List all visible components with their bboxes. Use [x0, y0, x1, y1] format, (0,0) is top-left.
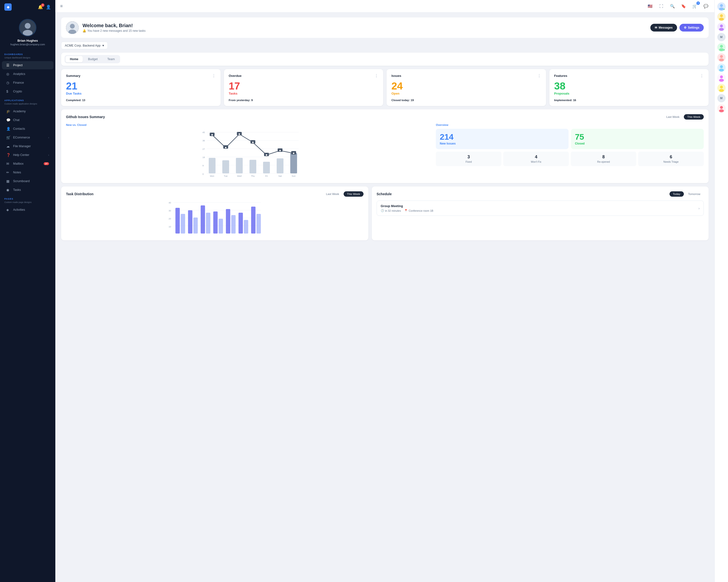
task-distribution-chart: 40 30 20 10	[66, 200, 364, 234]
online-indicator	[723, 8, 725, 10]
svg-point-2	[23, 30, 32, 36]
svg-text:Mon: Mon	[210, 175, 214, 177]
svg-rect-61	[176, 208, 180, 233]
envelope-icon: ✉	[655, 26, 657, 29]
this-week-toggle[interactable]: This Week	[684, 114, 704, 119]
svg-text:0: 0	[202, 173, 204, 175]
applications-sublabel: Custom made application designs	[0, 103, 55, 107]
tomorrow-toggle[interactable]: Tomorrow	[685, 191, 704, 197]
more-options-icon[interactable]: ⋮	[700, 74, 704, 78]
mini-label: Fixed	[438, 160, 499, 163]
task-last-week-toggle[interactable]: Last Week	[322, 191, 342, 197]
sidebar-item-label: Academy	[13, 110, 49, 113]
sidebar-item-analytics[interactable]: ◎ Analytics	[2, 70, 53, 78]
bookmark-icon[interactable]: 🔖	[680, 3, 687, 10]
sidebar-item-label: Scrumboard	[13, 179, 49, 183]
sidebar-item-label: Finance	[13, 81, 49, 84]
finance-icon: ◷	[6, 81, 11, 85]
issues-chart: 45 36 27 18 9 0	[66, 129, 432, 177]
stat-number: 24	[391, 81, 541, 91]
overview-subtitle: Overview	[436, 123, 704, 126]
svg-point-101	[719, 109, 724, 112]
right-panel-avatar-2[interactable]	[717, 12, 726, 21]
sidebar-item-label: Crypto	[13, 90, 49, 93]
sidebar-item-notes[interactable]: ✏ Notes	[2, 168, 53, 176]
github-section: Github Issues Summary Last Week This Wee…	[61, 109, 709, 183]
tab-budget[interactable]: Budget	[84, 56, 102, 62]
app-logo[interactable]: ◆	[4, 3, 11, 11]
us-flag: 🇺🇸	[648, 4, 652, 8]
sidebar-item-label: ECommerce	[13, 136, 46, 139]
messages-icon[interactable]: 💬	[702, 3, 709, 10]
settings-button[interactable]: ⚙ Settings	[679, 24, 704, 31]
more-options-icon[interactable]: ⋮	[537, 74, 541, 78]
svg-rect-68	[219, 219, 223, 233]
sidebar-item-contacts[interactable]: 👤 Contacts	[2, 124, 53, 133]
sidebar-item-scrumboard[interactable]: ▦ Scrumboard	[2, 177, 53, 185]
cart-icon[interactable]: 🛒 5	[691, 3, 698, 10]
right-panel-avatar-7[interactable]	[717, 74, 726, 82]
stat-label: Due Tasks	[66, 92, 216, 95]
task-dist-header: Task Distribution Last Week This Week	[66, 191, 364, 197]
mini-stat-reopened: 8 Re-opened	[571, 151, 636, 166]
sidebar-item-helpcenter[interactable]: ❓ Help Center ›	[2, 151, 53, 159]
search-icon[interactable]: 🔍	[669, 3, 676, 10]
sidebar-item-activities[interactable]: ◈ Activities	[2, 206, 53, 214]
sidebar-item-project[interactable]: ☰ Project	[2, 61, 53, 70]
right-panel-avatar-1[interactable]	[717, 2, 726, 11]
chevron-right-icon[interactable]: ›	[698, 206, 700, 210]
right-panel-avatar-m2[interactable]: M	[717, 94, 726, 102]
fullscreen-icon[interactable]: ⛶	[658, 3, 665, 10]
sidebar-item-filemanager[interactable]: ☁ File Manager	[2, 142, 53, 150]
sidebar-item-crypto[interactable]: $ Crypto	[2, 87, 53, 95]
sidebar-item-ecommerce[interactable]: 🛒 ECommerce ›	[2, 133, 53, 142]
project-icon: ☰	[6, 63, 11, 67]
schedule-item: Group Meeting 🕐 in 32 minutes 📍 Conferen…	[376, 200, 704, 216]
svg-rect-23	[277, 158, 283, 173]
sidebar-item-chat[interactable]: 💬 Chat	[2, 116, 53, 124]
svg-text:20: 20	[168, 218, 171, 220]
tab-team[interactable]: Team	[103, 56, 119, 62]
project-dropdown[interactable]: ACME Corp. Backend App ▾	[61, 42, 108, 49]
svg-point-100	[720, 106, 723, 109]
task-this-week-toggle[interactable]: This Week	[344, 191, 364, 197]
notifications-icon[interactable]: 🔔 3	[38, 5, 43, 10]
mini-num: 4	[505, 155, 567, 160]
sidebar-item-finance[interactable]: ◷ Finance	[2, 79, 53, 87]
svg-rect-22	[263, 162, 270, 173]
svg-text:Sun: Sun	[292, 175, 295, 177]
svg-rect-69	[226, 209, 230, 233]
stat-footer: Closed today: 19	[391, 99, 541, 102]
right-panel-avatar-8[interactable]	[717, 84, 726, 92]
github-section-title: Github Issues Summary	[66, 115, 105, 119]
user-circle-icon[interactable]: 👤	[46, 5, 51, 10]
today-toggle[interactable]: Today	[670, 191, 684, 197]
location-icon: 📍	[404, 209, 408, 212]
svg-rect-18	[209, 158, 215, 173]
flag-icon[interactable]: 🇺🇸	[647, 3, 654, 10]
sidebar-item-academy[interactable]: 🎓 Academy	[2, 107, 53, 115]
right-panel-avatar-6[interactable]	[717, 63, 726, 72]
chat-icon: 💬	[6, 118, 11, 122]
sidebar-item-mailbox[interactable]: ✉ Mailbox 27	[2, 160, 53, 168]
more-options-icon[interactable]: ⋮	[212, 74, 216, 78]
svg-text:9: 9	[202, 164, 204, 167]
sidebar-email: hughes.brian@company.com	[10, 43, 45, 46]
last-week-toggle[interactable]: Last Week	[663, 114, 683, 119]
hamburger-icon[interactable]: ≡	[60, 4, 63, 9]
tab-home[interactable]: Home	[66, 56, 83, 62]
more-options-icon[interactable]: ⋮	[374, 74, 378, 78]
right-panel-avatar-3[interactable]	[717, 23, 726, 31]
sidebar-item-label: Chat	[13, 118, 49, 122]
right-panel-avatar-m1[interactable]: M	[717, 33, 726, 41]
svg-text:40: 40	[168, 201, 171, 204]
sidebar-item-tasks[interactable]: ◉ Tasks	[2, 186, 53, 194]
academy-icon: 🎓	[6, 109, 11, 113]
messages-button[interactable]: ✉ Messages	[650, 24, 677, 31]
right-panel-avatar-4[interactable]	[717, 43, 726, 51]
pages-section-label: PAGES	[0, 194, 55, 201]
right-panel-avatar-5[interactable]	[717, 53, 726, 62]
right-panel-avatar-9[interactable]	[717, 104, 726, 113]
sidebar-item-label: File Manager	[13, 144, 49, 148]
mini-stats-grid: 3 Fixed 4 Won't Fix 8 Re-opened 6	[436, 151, 704, 166]
